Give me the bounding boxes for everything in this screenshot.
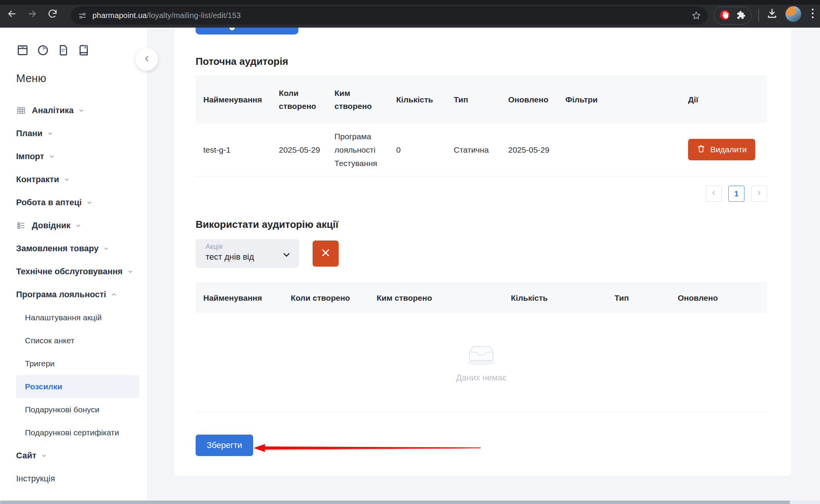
cell-created-by: Програма лояльності Тестування xyxy=(334,130,396,170)
sidebar-item-import[interactable]: Імпорт xyxy=(16,145,139,168)
sidebar-nav: Аналітика Плани Імпорт Контракти Робота … xyxy=(0,99,147,490)
chevron-right-icon xyxy=(756,189,762,198)
forward-button[interactable] xyxy=(26,8,39,21)
pie-chart-icon[interactable] xyxy=(36,44,49,57)
sidebar-subitem-tryhery[interactable]: Тригери xyxy=(16,352,139,375)
chevron-down-icon xyxy=(103,245,109,252)
column-header: Фільтри xyxy=(565,93,688,106)
sidebar-item-zamovlennia-tovaru[interactable]: Замовлення товару xyxy=(16,237,139,260)
back-button[interactable] xyxy=(5,8,18,21)
bookmark-star-icon[interactable] xyxy=(691,10,701,22)
archive-icon[interactable] xyxy=(16,44,29,57)
sidebar-subitem-podarunkovi-sertyfikaty[interactable]: Подарункові сертифікати xyxy=(16,421,139,444)
sidebar-title: Меню xyxy=(16,72,147,85)
sidebar-subitem-rozsylky-active[interactable]: Розсилки xyxy=(16,375,139,398)
sidebar-item-dovidnyk[interactable]: Довідник xyxy=(16,214,139,237)
sidebar-item-prohrama-loialnosti[interactable]: Програма лояльності xyxy=(16,283,139,306)
scrollbar-thumb[interactable] xyxy=(0,501,790,504)
column-header: Найменування xyxy=(196,292,291,305)
list-icon xyxy=(16,221,26,231)
promo-controls: Акція тест днів від xyxy=(196,239,767,268)
downloads-button[interactable] xyxy=(766,8,779,21)
cell-updated: 2025-05-29 xyxy=(508,143,565,156)
sidebar-quick-icons xyxy=(16,44,147,57)
puzzle-extension-icon[interactable] xyxy=(735,10,746,22)
promo-audience-table: Найменування Коли створено Ким створено … xyxy=(196,283,767,412)
cell-type: Статична xyxy=(454,143,508,156)
sidebar-item-tekhnichne-obsluhovuvannia[interactable]: Технічне обслуговування xyxy=(16,260,139,283)
chevron-down-icon xyxy=(41,453,47,459)
delete-button[interactable]: Видалити xyxy=(688,139,755,160)
column-header: Кількість xyxy=(396,93,454,106)
main-content-card: Поточна аудиторія Найменування Коли ство… xyxy=(175,28,791,476)
book-icon[interactable] xyxy=(77,44,90,57)
chevron-left-icon xyxy=(143,54,151,64)
cell-actions: Видалити xyxy=(688,139,767,160)
forward-icon xyxy=(27,8,38,21)
column-header: Оновлено xyxy=(508,93,565,106)
toolbar-separator xyxy=(758,9,759,22)
pagination-next-button[interactable] xyxy=(751,186,767,202)
truncated-top-button[interactable] xyxy=(196,28,298,35)
save-row: Зберегти xyxy=(196,412,767,456)
chevron-down-icon xyxy=(49,153,55,160)
clear-selection-button[interactable] xyxy=(313,240,339,267)
column-header: Ким створено xyxy=(334,87,396,113)
column-header: Найменування xyxy=(196,93,279,106)
url-text: pharmapoint.ua/loyalty/mailing-list/edit… xyxy=(92,11,241,20)
sidebar-subitem-podarunkovi-bonusy[interactable]: Подарункові бонуси xyxy=(16,398,139,421)
profile-avatar[interactable] xyxy=(785,6,801,22)
table-header-row: Найменування Коли створено Ким створено … xyxy=(196,283,767,313)
cell-count: 0 xyxy=(396,143,454,156)
sidebar-subitem-nalashtuvannia-aktsii[interactable]: Налаштування акцій xyxy=(16,306,139,329)
sidebar-subitem-spysok-anket[interactable]: Список анкет xyxy=(16,329,139,352)
column-header: Ким створено xyxy=(377,292,511,305)
chevron-down-icon xyxy=(78,107,84,114)
chevron-down-icon xyxy=(86,199,92,206)
url-host: pharmapoint.ua xyxy=(92,11,147,20)
address-bar[interactable]: pharmapoint.ua/loyalty/mailing-list/edit… xyxy=(71,7,708,25)
pagination-page-1[interactable]: 1 xyxy=(728,186,744,202)
download-icon xyxy=(766,8,778,21)
save-button[interactable]: Зберегти xyxy=(196,435,253,456)
column-header: Кількість xyxy=(511,292,614,305)
grid-icon xyxy=(16,105,26,115)
sidebar-item-robota-v-aptetsi[interactable]: Робота в аптеці xyxy=(16,191,139,214)
column-header: Оновлено xyxy=(678,292,767,305)
column-header: Тип xyxy=(614,292,678,305)
section-title-use-promo-audience: Використати аудиторію акції xyxy=(196,202,767,231)
browser-menu-button[interactable] xyxy=(808,8,818,21)
table-header-row: Найменування Коли створено Ким створено … xyxy=(196,76,767,123)
adblock-icon[interactable] xyxy=(719,9,731,22)
column-header: Дії xyxy=(688,93,767,106)
chevron-down-icon xyxy=(64,176,70,183)
kebab-menu-icon xyxy=(811,8,814,21)
sidebar-item-plany[interactable]: Плани xyxy=(16,122,139,145)
document-icon[interactable] xyxy=(57,44,70,57)
chevron-left-icon xyxy=(710,189,717,198)
browser-toolbar: pharmapoint.ua/loyalty/mailing-list/edit… xyxy=(0,0,820,28)
reload-button[interactable] xyxy=(46,8,59,21)
pagination: 1 xyxy=(196,186,767,202)
empty-state: Даних немає xyxy=(196,313,767,412)
sidebar-item-sait[interactable]: Сайт xyxy=(16,444,139,467)
promo-select[interactable]: Акція тест днів від xyxy=(196,239,299,268)
table-row: test-g-1 2025-05-29 Програма лояльності … xyxy=(196,123,767,176)
trash-icon xyxy=(697,144,706,155)
cell-created: 2025-05-29 xyxy=(279,143,334,156)
cell-name: test-g-1 xyxy=(196,143,279,156)
horizontal-scrollbar[interactable] xyxy=(0,501,820,504)
column-header: Коли створено xyxy=(291,292,377,305)
column-header: Тип xyxy=(454,93,508,106)
sidebar-collapse-button[interactable] xyxy=(135,48,158,71)
empty-state-text: Даних немає xyxy=(456,373,507,383)
chevron-up-icon xyxy=(111,292,117,298)
pagination-prev-button[interactable] xyxy=(706,186,722,202)
site-info-icon[interactable] xyxy=(78,11,87,20)
sidebar-item-analitika[interactable]: Аналітика xyxy=(16,99,139,122)
sidebar: Меню Аналітика Плани Імпорт Контракти Ро… xyxy=(0,28,147,501)
close-icon xyxy=(320,247,331,260)
chevron-down-icon xyxy=(127,268,133,275)
sidebar-item-kontrakty[interactable]: Контракти xyxy=(16,168,139,191)
sidebar-item-instruktsiia[interactable]: Інструкція xyxy=(16,467,139,490)
